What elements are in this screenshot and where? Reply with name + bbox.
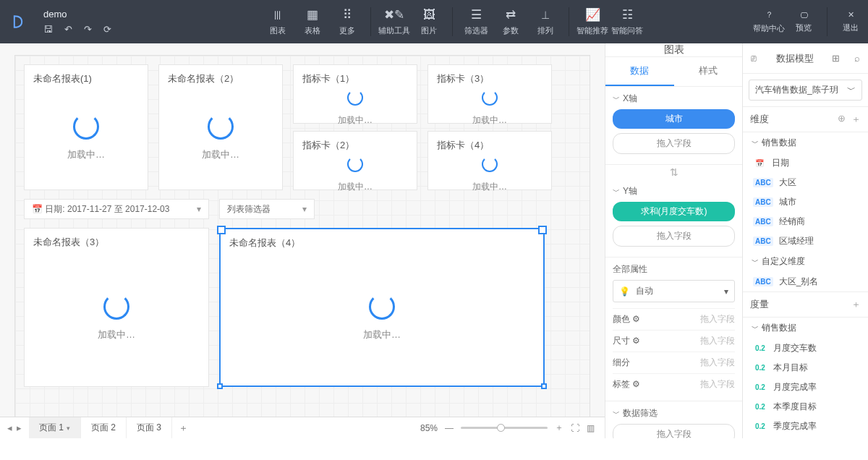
indicator-card-1[interactable]: 指标卡（1） 加载中… bbox=[293, 64, 417, 124]
field-m3[interactable]: 0.2月度完成率 bbox=[743, 378, 868, 397]
field-region[interactable]: ABC大区 bbox=[743, 173, 868, 192]
attr-label[interactable]: 标签 ⚙拖入字段 bbox=[613, 373, 735, 395]
pin-icon[interactable]: ⎚ bbox=[743, 53, 765, 64]
tool-qa[interactable]: ☷智能问答 bbox=[610, 0, 644, 43]
undo-icon[interactable]: ↶ bbox=[64, 24, 72, 35]
tool-filter[interactable]: ☰筛选器 bbox=[459, 0, 493, 43]
caret-down-icon: ▾ bbox=[67, 425, 70, 432]
zoom-slider[interactable] bbox=[461, 427, 548, 429]
list-filter[interactable]: 列表筛选器 ▾ bbox=[219, 199, 315, 219]
field-date[interactable]: 📅日期 bbox=[743, 153, 868, 173]
chevron-down-icon[interactable]: ﹀ bbox=[613, 94, 620, 104]
report-card-2[interactable]: 未命名报表（2） 加载中… bbox=[158, 64, 283, 190]
date-filter[interactable]: 📅 日期: 2017-11-27 至 2017-12-03 ▾ bbox=[24, 199, 209, 219]
filter-drop-zone[interactable]: 拖入字段 bbox=[613, 424, 735, 438]
indicator-card-2[interactable]: 指标卡（2） 加载中… bbox=[293, 131, 417, 190]
preview-button[interactable]: 🖵预览 bbox=[786, 0, 821, 43]
field-city[interactable]: ABC城市 bbox=[743, 192, 868, 212]
tool-table[interactable]: ▦表格 bbox=[295, 0, 330, 43]
layout-toggle-icon[interactable]: ▥ bbox=[587, 423, 595, 433]
zoom-out-icon[interactable]: — bbox=[445, 423, 454, 433]
gear-icon[interactable]: ⚙ bbox=[632, 314, 640, 324]
report-card-3[interactable]: 未命名报表（3） 加载中… bbox=[24, 228, 209, 387]
add-icon[interactable]: ＋ bbox=[851, 298, 861, 311]
field-m1[interactable]: 0.2月度交车数 bbox=[743, 338, 868, 358]
card-title: 指标卡（1） bbox=[294, 65, 417, 93]
custom-dim-subgroup[interactable]: ﹀自定义维度 bbox=[743, 251, 868, 272]
search-icon[interactable]: ⌕ bbox=[846, 53, 868, 64]
tab-style[interactable]: 样式 bbox=[674, 57, 743, 86]
attr-size[interactable]: 尺寸 ⚙拖入字段 bbox=[613, 330, 735, 352]
save-icon[interactable]: 🖫 bbox=[43, 24, 53, 35]
next-page-icon[interactable]: ▸ bbox=[17, 422, 22, 433]
report-card-4-selected[interactable]: 未命名报表（4） 加载中… bbox=[219, 228, 545, 387]
tool-recommend[interactable]: 📈智能推荐 bbox=[575, 0, 610, 43]
bar-chart-icon: ⫼ bbox=[272, 8, 284, 22]
add-page-button[interactable]: ＋ bbox=[172, 422, 194, 435]
tool-aux[interactable]: ✖✎辅助工具 bbox=[377, 0, 412, 43]
add-icon[interactable]: ＋ bbox=[851, 113, 861, 126]
spinner-icon bbox=[103, 294, 129, 320]
field-m2[interactable]: 0.2本月目标 bbox=[743, 358, 868, 378]
redo-icon[interactable]: ↷ bbox=[84, 24, 92, 35]
y-drop-zone[interactable]: 拖入字段 bbox=[613, 226, 735, 247]
attr-detail[interactable]: 细分拖入字段 bbox=[613, 352, 735, 373]
sales-data-subgroup[interactable]: ﹀销售数据 bbox=[743, 132, 868, 153]
refresh-icon[interactable]: ⟳ bbox=[103, 24, 111, 35]
chevron-down-icon[interactable]: ﹀ bbox=[613, 409, 620, 419]
globe-icon[interactable]: ⊕ bbox=[838, 113, 846, 126]
x-field-pill[interactable]: 城市 bbox=[613, 109, 735, 129]
y-field-pill[interactable]: 求和(月度交车数) bbox=[613, 202, 735, 221]
field-region-alias[interactable]: ABC大区_别名 bbox=[743, 272, 868, 291]
spinner-icon bbox=[369, 294, 395, 320]
card-title: 指标卡（4） bbox=[428, 132, 551, 159]
tool-sort[interactable]: ⟂排列 bbox=[528, 0, 563, 43]
attr-mode-select[interactable]: 💡 自动 ▾ bbox=[613, 280, 735, 302]
prev-page-icon[interactable]: ◂ bbox=[7, 422, 12, 433]
close-icon: ✕ bbox=[848, 10, 854, 20]
indicator-card-3[interactable]: 指标卡（3） 加载中… bbox=[427, 64, 552, 124]
field-dealer[interactable]: ABC经销商 bbox=[743, 212, 868, 231]
canvas-grid[interactable]: 未命名报表(1) 加载中… 未命名报表（2） 加载中… 指标卡（1） 加载中… bbox=[14, 55, 590, 417]
sales-data-measure-subgroup[interactable]: ﹀销售数据 bbox=[743, 318, 868, 338]
field-m5[interactable]: 0.2季度完成率 bbox=[743, 417, 868, 436]
spinner-icon bbox=[347, 90, 363, 106]
page-tab-1[interactable]: 页面 1▾ bbox=[29, 417, 81, 438]
loading-text: 加载中… bbox=[338, 181, 373, 197]
zoom-in-icon[interactable]: ＋ bbox=[555, 422, 563, 434]
exit-button[interactable]: ✕退出 bbox=[833, 0, 868, 43]
gear-icon[interactable]: ⚙ bbox=[632, 336, 640, 346]
sort-icon: ⟂ bbox=[542, 8, 549, 22]
model-panel-title: 数据模型 bbox=[765, 52, 825, 65]
tool-param[interactable]: ⇄参数 bbox=[493, 0, 528, 43]
report-card-1[interactable]: 未命名报表(1) 加载中… bbox=[24, 64, 148, 190]
field-m6[interactable]: 0.2本月进度 bbox=[743, 436, 868, 438]
x-axis-section: ﹀X轴 城市 拖入字段 bbox=[605, 87, 742, 165]
help-button[interactable]: ？帮助中心 bbox=[752, 0, 786, 43]
page-tab-2[interactable]: 页面 2 bbox=[81, 417, 127, 438]
indicator-card-4[interactable]: 指标卡（4） 加载中… bbox=[427, 131, 552, 190]
dataset-select[interactable]: 汽车销售数据_陈子玥 ﹀ bbox=[749, 80, 862, 101]
tab-data[interactable]: 数据 bbox=[605, 57, 674, 86]
tool-chart[interactable]: ⫼图表 bbox=[260, 0, 295, 43]
swap-axes-icon[interactable]: ⇅ bbox=[605, 165, 742, 179]
x-drop-zone[interactable]: 拖入字段 bbox=[613, 133, 735, 154]
spinner-icon bbox=[482, 90, 498, 106]
tool-image[interactable]: 🖼图片 bbox=[412, 0, 446, 43]
fit-screen-icon[interactable]: ⛶ bbox=[571, 423, 579, 433]
grid-icon[interactable]: ⊞ bbox=[825, 53, 846, 64]
attr-color[interactable]: 颜色 ⚙拖入字段 bbox=[613, 308, 735, 330]
chevron-down-icon: ﹀ bbox=[752, 257, 759, 267]
chevron-down-icon[interactable]: ﹀ bbox=[613, 187, 620, 197]
field-manager[interactable]: ABC区域经理 bbox=[743, 231, 868, 251]
document-title: demo bbox=[43, 9, 260, 20]
page-tab-3[interactable]: 页面 3 bbox=[127, 417, 172, 438]
tool-more[interactable]: ⠿更多 bbox=[330, 0, 365, 43]
field-m4[interactable]: 0.2本季度目标 bbox=[743, 397, 868, 417]
brand-logo[interactable] bbox=[0, 0, 36, 43]
table-icon: ▦ bbox=[307, 8, 318, 22]
topbar: demo 🖫 ↶ ↷ ⟳ ⫼图表 ▦表格 ⠿更多 ✖✎辅助工具 🖼图片 ☰筛选器… bbox=[0, 0, 868, 43]
zoom-percent: 85% bbox=[420, 423, 438, 433]
gear-icon[interactable]: ⚙ bbox=[632, 379, 640, 389]
caret-down-icon: ▾ bbox=[302, 204, 307, 214]
